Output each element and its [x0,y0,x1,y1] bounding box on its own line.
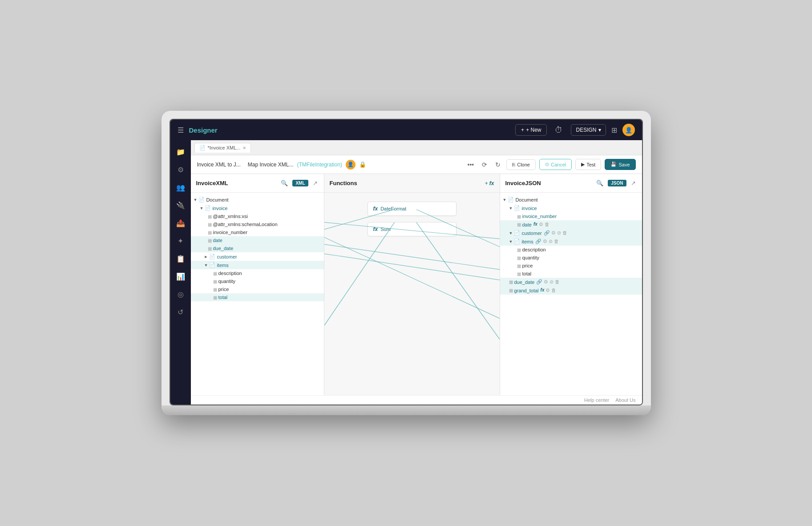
fx-action-icon2[interactable]: fx [541,287,545,293]
sidebar-item-transform[interactable]: ✦ [173,233,189,249]
right-tree-node-invoice-number[interactable]: ▦ invoice_number [500,212,642,220]
sidebar-item-module[interactable]: ◎ [173,286,189,302]
tree-node-quantity[interactable]: ▦ quantity [191,277,324,285]
about-us-link[interactable]: About Us [615,397,635,403]
delete-action-icon3[interactable]: 🗑 [554,239,559,244]
right-tree-node-invoice[interactable]: ▼ 📄 invoice [500,204,642,212]
functions-header: Functions + fx [324,174,500,193]
tree-node-total[interactable]: ▦ total [191,293,324,301]
action-bar: Invoice XML to J... Map Invoice XML... (… [191,155,642,174]
refresh-button[interactable]: ↻ [493,160,503,170]
tree-node-due-date[interactable]: ▦ due_date [191,244,324,252]
json-badge: JSON [608,180,626,186]
clone-label: Clone [517,162,530,167]
tree-node-description[interactable]: ▦ description [191,269,324,277]
sidebar-item-chart[interactable]: 📊 [173,268,189,284]
tree-node-price[interactable]: ▦ price [191,285,324,293]
link-action-icon[interactable]: 🔗 [544,230,550,236]
delete-action-icon[interactable]: 🗑 [545,222,549,227]
right-panel-title: InvoiceJSON [505,180,592,186]
design-label: DESIGN [576,127,596,133]
sidebar: 📁 ⚙ 👥 🔌 📤 ✦ 📋 📊 ◎ ↺ [170,140,191,405]
settings-action-icon[interactable]: ⚙ [539,222,543,227]
right-tree-node-due-date[interactable]: ▦ due_date 🔗 ⚙ ⊘ 🗑 [500,278,642,286]
cancel-button[interactable]: ⊙ Cancel [539,159,572,170]
help-center-link[interactable]: Help center [584,397,609,403]
tab-label: *Invoice XML... [208,145,241,150]
svg-line-1 [324,237,500,318]
more-options-button[interactable]: ••• [465,160,477,170]
sidebar-item-publish[interactable]: 📤 [173,215,189,231]
right-tree-node-description[interactable]: ▦ description [500,246,642,254]
cancel-label: Cancel [551,162,566,167]
tree-node-attr-schema[interactable]: ▦ @attr_xmlns:schemaLocation [191,220,324,228]
tab-invoice-xml[interactable]: 📄 *Invoice XML... ✕ [194,143,251,153]
clone-button[interactable]: ⎘ Clone [506,159,536,170]
settings-action-icon3[interactable]: ⚙ [543,239,547,244]
user-avatar-small: 👤 [346,160,356,170]
delete-action-icon5[interactable]: 🗑 [551,287,556,293]
sidebar-item-files[interactable]: 📁 [173,144,189,160]
xml-badge: XML [292,180,308,186]
right-tree-node-items[interactable]: ▼ 📄 items 🔗 ⚙ ⊘ 🗑 [500,237,642,246]
tree-node-items[interactable]: ▼ 📄 items [191,261,324,269]
settings-action-icon2[interactable]: ⚙ [551,230,556,236]
tree-node-invoice[interactable]: ▼ 📄 invoice [191,204,324,212]
sidebar-item-settings[interactable]: ⚙ [173,162,189,178]
svg-line-6 [416,223,499,340]
right-tree-node-grand-total[interactable]: ▦ grand_total fx ⚙ 🗑 [500,286,642,295]
user-avatar[interactable]: 👤 [622,124,635,136]
cancel-action-icon3[interactable]: ⊘ [549,279,553,285]
app-footer: Help center About Us [191,395,642,405]
integration-label[interactable]: (TMFileIntegration) [297,162,342,168]
history-button[interactable]: ⟳ [480,160,489,170]
center-panel: Functions + fx fx [324,174,500,395]
left-panel-header: InvoiceXML 🔍 XML ↗ [191,174,324,193]
save-button[interactable]: 💾 Save [605,159,635,170]
sidebar-item-document[interactable]: 📋 [173,251,189,267]
settings-action-icon5[interactable]: ⚙ [545,287,550,293]
right-tree-node-document[interactable]: ▼ 📄 Document [500,195,642,204]
fx-action-icon[interactable]: fx [533,222,537,227]
delete-action-icon4[interactable]: 🗑 [555,279,560,285]
right-panel: InvoiceJSON 🔍 JSON ↗ ▼ 📄 Documen [500,174,642,395]
laptop-base [162,405,651,415]
sidebar-item-users[interactable]: 👥 [173,179,189,195]
right-tree-node-price[interactable]: ▦ price [500,262,642,270]
export-right-button[interactable]: ↗ [630,179,637,187]
sidebar-item-repeat[interactable]: ↺ [173,304,189,320]
close-icon[interactable]: ✕ [242,146,246,150]
search-right-button[interactable]: 🔍 [595,179,604,187]
tree-node-invoice-number[interactable]: ▦ invoice_number [191,228,324,236]
settings-action-icon4[interactable]: ⚙ [544,279,548,285]
right-tree-node-date[interactable]: ▦ date fx ⚙ 🗑 [500,220,642,229]
menu-icon[interactable]: ☰ [178,126,184,134]
sidebar-item-plugin[interactable]: 🔌 [173,197,189,213]
tree-node-date[interactable]: ▦ date [191,236,324,244]
tree-node-customer[interactable]: ► 📄 customer [191,252,324,261]
cancel-icon: ⊙ [545,162,549,167]
tree-node-document[interactable]: ▼ 📄 Document [191,195,324,204]
clock-icon[interactable]: ⏱ [552,124,566,137]
export-left-button[interactable]: ↗ [312,179,319,187]
add-function-button[interactable]: + fx [485,180,494,186]
save-label: Save [618,162,630,167]
function-dateformat[interactable]: fx DateFormat [368,202,456,216]
search-left-button[interactable]: 🔍 [280,179,289,187]
right-tree-node-quantity[interactable]: ▦ quantity [500,254,642,262]
new-button[interactable]: + + New [515,124,547,136]
functions-title: Functions [330,180,485,186]
cancel-action-icon2[interactable]: ⊘ [549,239,553,244]
fx-label: fx [489,180,494,186]
test-button[interactable]: ▶ Test [575,159,601,170]
right-tree-node-total[interactable]: ▦ total [500,270,642,278]
cancel-action-icon[interactable]: ⊘ [557,230,561,236]
right-tree-node-customer[interactable]: ▼ 📄 customer 🔗 ⚙ ⊘ 🗑 [500,229,642,237]
function-sum[interactable]: fx Sum [368,222,456,236]
grid-icon[interactable]: ⊞ [611,126,617,134]
link-action-icon3[interactable]: 🔗 [536,279,542,285]
design-mode-button[interactable]: DESIGN ▾ [571,124,606,136]
tree-node-attr-xsi[interactable]: ▦ @attr_xmlns:xsi [191,212,324,220]
delete-action-icon2[interactable]: 🗑 [562,230,567,236]
link-action-icon2[interactable]: 🔗 [535,239,541,244]
